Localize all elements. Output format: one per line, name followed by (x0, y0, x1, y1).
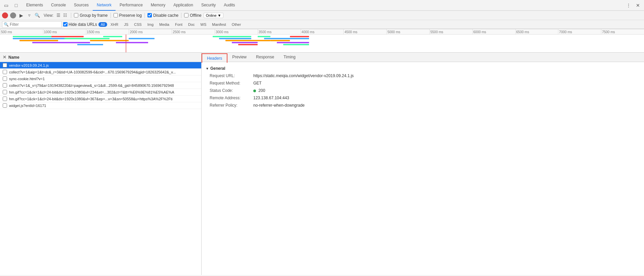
divider-1 (71, 13, 71, 18)
tab-security[interactable]: Security (197, 0, 220, 11)
tab-performance[interactable]: Performance (116, 0, 147, 11)
file-name: hm.gif?cc=1&ck=1&cl=24-bit&ds=1920x1080&… (9, 97, 172, 101)
hide-urls-checkbox[interactable] (63, 22, 68, 26)
filter-input-wrap[interactable]: 🔍 (2, 21, 62, 28)
view-label: View: (44, 13, 53, 18)
request-method-key: Request Method: (210, 80, 253, 86)
filter-tag-manifest[interactable]: Manifest (210, 22, 228, 27)
timeline-bars (0, 35, 644, 53)
filter-tag-img[interactable]: Img (145, 22, 156, 27)
filter-tag-media[interactable]: Media (157, 22, 172, 27)
tab-application[interactable]: Application (169, 0, 197, 11)
timeline-tick: 4000 ms (301, 29, 344, 35)
filter-tag-ws[interactable]: WS (198, 22, 209, 27)
request-url-value: https://static.meiqia.com/widget/vendor-… (253, 73, 354, 79)
file-list[interactable]: vendor-v2019.09.24.1.jscollect?v=1&aip=1… (0, 62, 201, 275)
referrer-policy-value: no-referrer-when-downgrade (253, 102, 305, 108)
detail-tab-timing[interactable]: Timing (279, 53, 300, 62)
filter-tags: AllXHRJSCSSImgMediaFontDocWSManifestOthe… (98, 22, 244, 27)
tab-sources[interactable]: Sources (70, 0, 93, 11)
tab-network[interactable]: Network (93, 0, 116, 11)
view-detail-icon[interactable]: ☷ (62, 12, 68, 18)
more-options-icon[interactable]: ⋮ (624, 1, 633, 10)
detail-tabs: HeadersPreviewResponseTiming (202, 53, 644, 62)
file-row[interactable]: hm.gif?cc=1&ck=1&cl=24-bit&ds=1920x1080&… (0, 89, 201, 96)
filter-tag-js[interactable]: JS (122, 22, 131, 27)
tab-bar: ▭ □ ElementsConsoleSourcesNetworkPerform… (0, 0, 644, 11)
filter-tag-font[interactable]: Font (173, 22, 185, 27)
file-row[interactable]: collect?v=1&_v=j79&a=1919438220&t=pagevi… (0, 82, 201, 89)
file-checkbox[interactable] (3, 103, 7, 108)
request-url-key: Request URL: (210, 73, 253, 79)
close-x[interactable]: ✕ (3, 55, 6, 60)
remote-address-row: Remote Address: 123.138.67.104:443 (202, 94, 644, 102)
filter-tag-css[interactable]: CSS (132, 22, 144, 27)
offline-checkbox[interactable] (184, 13, 188, 17)
file-checkbox[interactable] (3, 90, 7, 94)
preserve-log-label[interactable]: Preserve log (114, 13, 142, 18)
chevron-down-icon: ▼ (218, 13, 221, 17)
timeline-tick: 2500 ms (172, 29, 215, 35)
filter-search-icon: 🔍 (4, 22, 9, 27)
status-dot-icon (253, 90, 256, 92)
file-checkbox[interactable] (3, 70, 7, 74)
filter-input[interactable] (10, 22, 60, 27)
file-checkbox[interactable] (3, 63, 7, 67)
filter-tag-doc[interactable]: Doc (186, 22, 197, 27)
status-code-value: 200 (253, 88, 265, 94)
tab-elements[interactable]: Elements (22, 0, 47, 11)
devtools-icon-2[interactable]: □ (11, 1, 21, 10)
file-row[interactable]: collect?v=1&aip=1&t=dc&_r=3&tid=UA-10308… (0, 69, 201, 75)
filter-button[interactable]: ▿ (26, 12, 32, 18)
disable-cache-checkbox[interactable] (147, 13, 152, 17)
divider-4 (181, 13, 181, 18)
timeline-ruler: 500 ms1000 ms1500 ms2000 ms2500 ms3000 m… (0, 29, 644, 35)
file-checkbox[interactable] (3, 76, 7, 81)
file-row[interactable]: widget.js?entId=16171 (0, 102, 201, 109)
main-area: ✕ Name vendor-v2019.09.24.1.jscollect?v=… (0, 53, 644, 275)
view-list-icon[interactable]: ☰ (55, 12, 61, 18)
detail-tab-headers[interactable]: Headers (202, 53, 227, 63)
file-row[interactable]: hm.gif?cc=1&ck=1&cl=24-bit&ds=1920x1080&… (0, 96, 201, 102)
screenshot-button[interactable]: ▶ (18, 12, 24, 18)
group-by-frame-label[interactable]: Group by frame (74, 13, 108, 18)
stop-button[interactable] (10, 12, 16, 18)
request-url-row: Request URL: https://static.meiqia.com/w… (202, 72, 644, 79)
offline-label[interactable]: Offline (184, 13, 201, 18)
file-checkbox[interactable] (3, 83, 7, 88)
filter-tag-other[interactable]: Other (229, 22, 244, 27)
file-row[interactable]: sync-cookie.html?v=1 (0, 75, 201, 82)
tab-audits[interactable]: Audits (220, 0, 239, 11)
file-name: hm.gif?cc=1&ck=1&cl=24-bit&ds=1920x1080&… (9, 90, 174, 94)
general-section-header[interactable]: ▼ General (202, 65, 644, 72)
filter-tag-all[interactable]: All (98, 22, 107, 27)
filter-tag-xhr[interactable]: XHR (108, 22, 121, 27)
divider-3 (144, 13, 145, 18)
request-method-value: GET (253, 80, 262, 86)
detail-tab-response[interactable]: Response (251, 53, 279, 62)
preserve-log-checkbox[interactable] (114, 13, 118, 17)
search-button[interactable]: 🔍 (34, 12, 40, 18)
hide-urls-label[interactable]: Hide data URLs (63, 22, 97, 27)
tab-memory[interactable]: Memory (147, 0, 169, 11)
online-button[interactable]: Online ▼ (204, 13, 224, 18)
name-header: ✕ Name (0, 53, 201, 62)
disable-cache-label[interactable]: Disable cache (147, 13, 178, 18)
timeline-tick: 3000 ms (215, 29, 258, 35)
close-devtools-icon[interactable]: ✕ (633, 1, 643, 10)
detail-content: ▼ General Request URL: https://static.me… (202, 62, 644, 275)
file-name: collect?v=1&aip=1&t=dc&_r=3&tid=UA-10308… (9, 70, 176, 74)
right-panel: HeadersPreviewResponseTiming ▼ General R… (202, 53, 644, 275)
devtools-icon-1[interactable]: ▭ (1, 1, 11, 10)
detail-tab-preview[interactable]: Preview (227, 53, 251, 62)
file-name: widget.js?entId=16171 (9, 104, 46, 108)
group-by-frame-checkbox[interactable] (74, 13, 78, 17)
left-panel: ✕ Name vendor-v2019.09.24.1.jscollect?v=… (0, 53, 202, 275)
file-name: sync-cookie.html?v=1 (9, 77, 45, 81)
file-row[interactable]: vendor-v2019.09.24.1.js (0, 62, 201, 69)
file-checkbox[interactable] (3, 97, 7, 101)
timeline-area[interactable]: 500 ms1000 ms1500 ms2000 ms2500 ms3000 m… (0, 29, 644, 53)
divider-2 (111, 13, 111, 18)
tab-console[interactable]: Console (47, 0, 70, 11)
record-button[interactable] (2, 12, 8, 18)
